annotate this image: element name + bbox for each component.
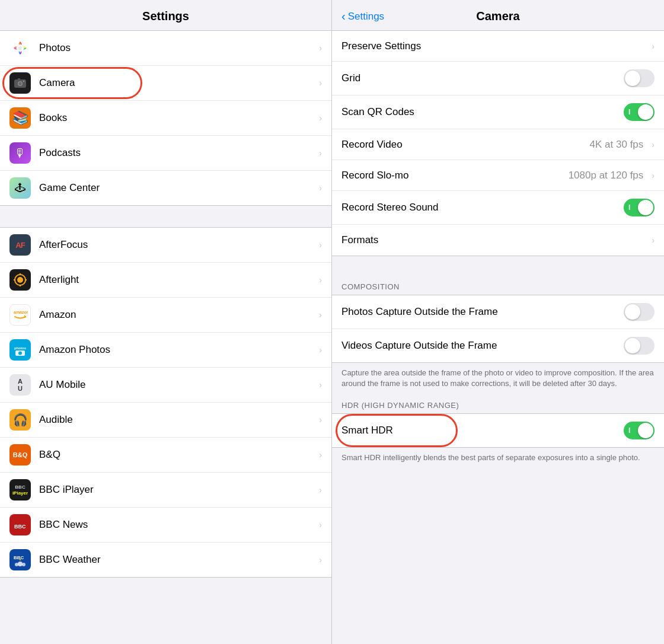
smart-hdr-label: Smart HDR [341, 425, 624, 436]
camera-main-list: Preserve Settings › Grid Scan QR Codes I… [332, 30, 664, 256]
photos-chevron: › [319, 43, 322, 53]
record-video-item[interactable]: Record Video 4K at 30 fps › [332, 129, 664, 160]
sidebar-item-camera[interactable]: Camera › [0, 66, 331, 101]
afterfocus-icon: AF [9, 234, 31, 256]
books-app-icon: 📚 [9, 107, 31, 129]
smart-hdr-item[interactable]: Smart HDR I [332, 414, 664, 447]
right-panel: ‹ Settings Camera Preserve Settings › Gr… [332, 0, 664, 644]
left-section-gap [0, 206, 331, 227]
hdr-list: Smart HDR I [332, 413, 664, 448]
back-chevron-icon: ‹ [341, 9, 346, 23]
grid-label: Grid [341, 72, 624, 84]
amazonphotos-icon: photos [9, 339, 31, 361]
smart-hdr-toggle-knob [638, 423, 653, 438]
afterlight-icon [9, 269, 31, 291]
svg-point-7 [23, 81, 24, 82]
photos-label: Photos [39, 42, 314, 54]
formats-chevron: › [652, 235, 655, 245]
afterfocus-chevron: › [319, 240, 322, 250]
amazon-icon: amazon [9, 304, 31, 326]
svg-point-17 [18, 352, 22, 355]
bbciplayer-label: BBC iPlayer [39, 484, 314, 496]
svg-point-9 [17, 277, 23, 283]
audible-chevron: › [319, 415, 322, 425]
sidebar-item-bq[interactable]: B&Q B&Q › [0, 438, 331, 473]
scan-qr-item[interactable]: Scan QR Codes I [332, 95, 664, 129]
sidebar-item-aumobile[interactable]: AU AU Mobile › [0, 368, 331, 403]
composition-section-header: COMPOSITION [332, 278, 664, 295]
afterlight-label: Afterlight [39, 274, 314, 286]
sidebar-item-amazonphotos[interactable]: photos Amazon Photos › [0, 333, 331, 368]
sidebar-item-amazon[interactable]: amazon Amazon › [0, 298, 331, 333]
podcasts-app-icon: 🎙 [9, 142, 31, 164]
videos-capture-toggle[interactable] [624, 337, 655, 355]
bq-icon: B&Q [9, 444, 31, 466]
preserve-settings-label: Preserve Settings [341, 40, 647, 52]
camera-icon [9, 72, 31, 94]
scan-qr-toggle-knob [638, 104, 653, 120]
smart-hdr-toggle[interactable]: I [624, 422, 655, 439]
left-panel: Settings [0, 0, 332, 644]
hdr-footer: Smart HDR intelligently blends the best … [332, 448, 664, 470]
svg-text:amazon: amazon [14, 310, 28, 314]
aumobile-label: AU Mobile [39, 379, 314, 391]
gamecenter-app-icon: 🕹 [9, 177, 31, 199]
svg-rect-6 [18, 78, 20, 80]
svg-point-20 [18, 562, 23, 566]
svg-point-22 [22, 563, 25, 566]
back-button[interactable]: ‹ Settings [341, 9, 384, 23]
amazonphotos-chevron: › [319, 345, 322, 355]
podcasts-label: Podcasts [39, 147, 314, 159]
photos-capture-toggle[interactable] [624, 303, 655, 321]
bbcweather-icon: BBC [9, 549, 31, 570]
record-video-value: 4K at 30 fps [590, 139, 644, 151]
sidebar-item-podcasts[interactable]: 🎙 Podcasts › [0, 136, 331, 171]
svg-point-5 [19, 82, 22, 85]
preserve-settings-item[interactable]: Preserve Settings › [332, 31, 664, 62]
videos-capture-item[interactable]: Videos Capture Outside the Frame [332, 329, 664, 362]
photos-capture-label: Photos Capture Outside the Frame [341, 306, 624, 318]
bbcnews-label: BBC News [39, 519, 314, 531]
sidebar-item-audible[interactable]: 🎧 Audible › [0, 403, 331, 438]
composition-footer: Capture the area outside the frame of th… [332, 363, 664, 396]
books-chevron: › [319, 113, 322, 123]
svg-text:BBC: BBC [14, 555, 24, 560]
scan-qr-label: Scan QR Codes [341, 106, 624, 118]
aumobile-icon: AU [9, 374, 31, 396]
record-stereo-item[interactable]: Record Stereo Sound I [332, 191, 664, 225]
sidebar-item-books[interactable]: 📚 Books › [0, 101, 331, 136]
gamecenter-label: Game Center [39, 182, 314, 194]
sidebar-item-bbcweather[interactable]: BBC BBC Weather › [0, 543, 331, 577]
record-slomo-item[interactable]: Record Slo-mo 1080p at 120 fps › [332, 160, 664, 191]
record-stereo-toggle[interactable]: I [624, 199, 655, 216]
afterfocus-label: AfterFocus [39, 239, 314, 251]
bq-chevron: › [319, 450, 322, 460]
hdr-section-header: HDR (HIGH DYNAMIC RANGE) [332, 396, 664, 413]
amazonphotos-label: Amazon Photos [39, 344, 314, 356]
sidebar-item-gamecenter[interactable]: 🕹 Game Center › [0, 171, 331, 205]
photos-capture-toggle-knob [625, 304, 640, 320]
composition-gap [332, 256, 664, 278]
record-slomo-chevron: › [652, 171, 655, 180]
formats-item[interactable]: Formats › [332, 225, 664, 256]
record-stereo-label: Record Stereo Sound [341, 202, 624, 213]
svg-text:photos: photos [14, 346, 27, 350]
bbcweather-label: BBC Weather [39, 554, 314, 566]
camera-label: Camera [39, 77, 314, 89]
photos-capture-item[interactable]: Photos Capture Outside the Frame [332, 295, 664, 329]
scan-qr-toggle[interactable]: I [624, 103, 655, 121]
right-panel-title: Camera [476, 9, 519, 23]
record-slomo-label: Record Slo-mo [341, 170, 569, 181]
sidebar-item-bbcnews[interactable]: BBC BBC News › [0, 508, 331, 543]
record-video-label: Record Video [341, 139, 590, 151]
videos-capture-label: Videos Capture Outside the Frame [341, 340, 624, 352]
grid-item[interactable]: Grid [332, 62, 664, 95]
grid-toggle[interactable] [624, 69, 655, 87]
bbciplayer-icon: BBC iPlayer [9, 479, 31, 500]
sidebar-item-afterfocus[interactable]: AF AfterFocus › [0, 228, 331, 263]
podcasts-chevron: › [319, 148, 322, 158]
sidebar-item-afterlight[interactable]: Afterlight › [0, 263, 331, 298]
sidebar-item-photos[interactable]: Photos › [0, 31, 331, 66]
afterlight-chevron: › [319, 275, 322, 285]
sidebar-item-bbciplayer[interactable]: BBC iPlayer BBC iPlayer › [0, 473, 331, 508]
